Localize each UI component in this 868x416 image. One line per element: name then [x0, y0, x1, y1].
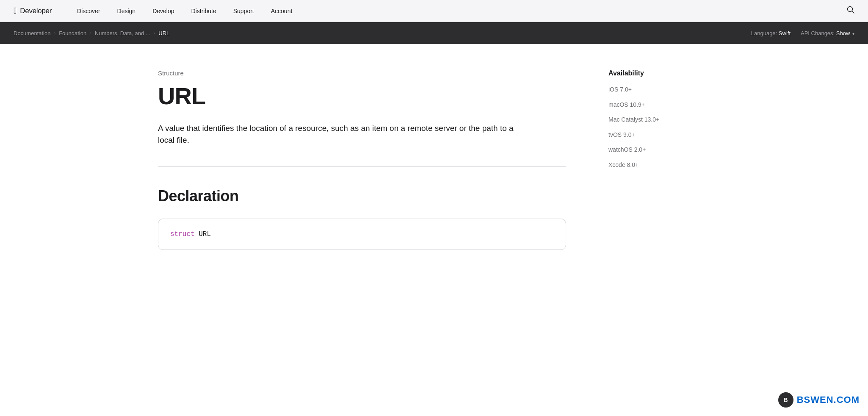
- breadcrumb-chevron-1: ›: [54, 31, 55, 36]
- language-value: Swift: [779, 30, 791, 36]
- breadcrumb: Documentation › Foundation › Numbers, Da…: [14, 30, 751, 36]
- availability-mac-catalyst: Mac Catalyst 13.0+: [608, 116, 710, 124]
- availability-xcode: Xcode 8.0+: [608, 161, 710, 169]
- breadcrumb-chevron-2: ›: [90, 31, 91, 36]
- section-divider: [158, 166, 566, 167]
- availability-macos: macOS 10.9+: [608, 101, 710, 109]
- nav-link-discover[interactable]: Discover: [69, 8, 108, 14]
- top-navigation:  Developer Discover Design Develop Dist…: [0, 0, 868, 22]
- code-type-name: URL: [199, 230, 211, 238]
- api-changes-value: Show: [836, 30, 850, 36]
- breadcrumb-url: URL: [158, 30, 169, 36]
- structure-label: Structure: [158, 69, 566, 77]
- language-selector[interactable]: Language: Swift: [751, 30, 791, 36]
- main-content: Structure URL A value that identifies th…: [158, 44, 600, 275]
- nav-link-distribute[interactable]: Distribute: [183, 8, 225, 14]
- availability-watchos: watchOS 2.0+: [608, 146, 710, 154]
- page-title: URL: [158, 83, 566, 109]
- api-changes-selector[interactable]: API Changes: Show ▾: [801, 30, 854, 36]
- search-icon[interactable]: [847, 6, 854, 16]
- nav-link-design[interactable]: Design: [109, 8, 144, 14]
- nav-link-develop[interactable]: Develop: [144, 8, 182, 14]
- breadcrumb-documentation[interactable]: Documentation: [14, 30, 50, 36]
- description-text: A value that identifies the location of …: [158, 122, 531, 146]
- availability-tvos: tvOS 9.0+: [608, 131, 710, 139]
- code-keyword: struct: [170, 230, 195, 238]
- code-block: struct URL: [158, 219, 566, 250]
- breadcrumb-bar: Documentation › Foundation › Numbers, Da…: [0, 22, 868, 44]
- page-wrapper: Structure URL A value that identifies th…: [138, 44, 730, 275]
- svg-line-1: [852, 11, 854, 13]
- nav-link-support[interactable]: Support: [225, 8, 263, 14]
- availability-ios: iOS 7.0+: [608, 86, 710, 94]
- nav-links: Discover Design Develop Distribute Suppo…: [69, 8, 847, 14]
- nav-link-account[interactable]: Account: [263, 8, 301, 14]
- breadcrumb-numbers[interactable]: Numbers, Data, and ...: [95, 30, 150, 36]
- availability-title: Availability: [608, 69, 710, 77]
- apple-logo-icon: : [14, 6, 17, 16]
- breadcrumb-foundation[interactable]: Foundation: [59, 30, 86, 36]
- nav-brand[interactable]:  Developer: [14, 6, 52, 16]
- breadcrumb-meta-group: Language: Swift API Changes: Show ▾: [751, 30, 854, 36]
- api-changes-label: API Changes:: [801, 30, 835, 36]
- breadcrumb-chevron-3: ›: [154, 31, 155, 36]
- availability-sidebar: Availability iOS 7.0+ macOS 10.9+ Mac Ca…: [600, 44, 710, 275]
- brand-label: Developer: [20, 7, 52, 15]
- declaration-heading: Declaration: [158, 187, 566, 205]
- api-changes-chevron-icon: ▾: [852, 31, 854, 36]
- language-label: Language:: [751, 30, 777, 36]
